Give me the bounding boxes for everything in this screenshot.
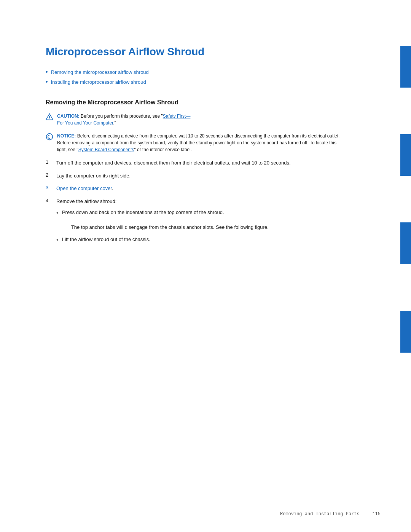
sub-bullet-1: • Press down and back on the indentation…: [56, 209, 269, 231]
toc-bullet-1: •: [46, 69, 48, 75]
section-heading-removing: Removing the Microprocessor Airflow Shro…: [46, 99, 342, 106]
sub-bullets-list: • Press down and back on the indentation…: [56, 209, 269, 244]
step-text-3: Open the computer cover.: [56, 185, 113, 192]
sub-bullet-note-1: The top anchor tabs will disengage from …: [71, 224, 269, 230]
step-text-2: Lay the computer on its right side.: [56, 172, 131, 180]
caution-text: CAUTION: Before you perform this procedu…: [57, 113, 190, 126]
toc-item-1: • Removing the microprocessor airflow sh…: [46, 69, 342, 75]
step-2: 2 Lay the computer on its right side.: [46, 172, 342, 180]
step-text-1: Turn off the computer and devices, disco…: [56, 159, 291, 167]
sidebar-tab-2[interactable]: [400, 134, 411, 176]
notice-label: NOTICE:: [57, 133, 76, 139]
step-number-4: 4: [46, 198, 51, 203]
caution-icon: [46, 113, 53, 122]
main-content: Microprocessor Airflow Shroud • Removing…: [0, 0, 373, 532]
caution-block: CAUTION: Before you perform this procedu…: [46, 113, 342, 126]
notice-icon: [46, 133, 53, 142]
page-container: Microprocessor Airflow Shroud • Removing…: [0, 0, 411, 532]
sub-bullet-text-2: Lift the airflow shroud out of the chass…: [62, 236, 150, 243]
sidebar-tab-4[interactable]: [400, 311, 411, 353]
sub-bullet-dot-1: •: [56, 209, 58, 217]
footer-text: Removing and Installing Parts: [280, 511, 360, 517]
caution-label: CAUTION:: [57, 113, 80, 119]
sub-bullet-dot-2: •: [56, 236, 58, 244]
step-4: 4 Remove the airflow shroud: • Press dow…: [46, 198, 342, 249]
step-number-2: 2: [46, 172, 51, 178]
step-number-1: 1: [46, 159, 51, 165]
sidebar-tab-1[interactable]: [400, 46, 411, 88]
step-text-4: Remove the airflow shroud: • Press down …: [56, 198, 269, 249]
notice-text: NOTICE: Before disconnecting a device fr…: [57, 133, 342, 153]
sub-bullet-text-1: Press down and back on the indentations …: [62, 209, 269, 231]
footer: Removing and Installing Parts | 115: [280, 511, 381, 517]
notice-body: Before disconnecting a device from the c…: [57, 133, 339, 152]
sidebar-tabs: [400, 0, 411, 532]
open-cover-link[interactable]: Open the computer cover: [56, 185, 112, 191]
step-number-3: 3: [46, 185, 51, 190]
toc-list: • Removing the microprocessor airflow sh…: [46, 69, 342, 85]
step-3: 3 Open the computer cover.: [46, 185, 342, 192]
toc-item-2: • Installing the microprocessor airflow …: [46, 78, 342, 85]
toc-bullet-2: •: [46, 78, 48, 85]
system-board-link[interactable]: System Board Components: [78, 147, 134, 152]
toc-link-installing[interactable]: Installing the microprocessor airflow sh…: [51, 79, 146, 85]
toc-link-removing[interactable]: Removing the microprocessor airflow shro…: [51, 69, 149, 75]
svg-point-1: [49, 118, 50, 119]
step-1: 1 Turn off the computer and devices, dis…: [46, 159, 342, 167]
svg-marker-4: [49, 139, 50, 140]
sub-bullet-2: • Lift the airflow shroud out of the cha…: [56, 236, 269, 244]
footer-separator: |: [365, 511, 367, 517]
steps-list: 1 Turn off the computer and devices, dis…: [46, 159, 342, 249]
notice-block: NOTICE: Before disconnecting a device fr…: [46, 133, 342, 153]
page-title: Microprocessor Airflow Shroud: [46, 46, 342, 58]
sidebar-tab-3[interactable]: [400, 222, 411, 264]
footer-page-number: 115: [372, 511, 381, 517]
